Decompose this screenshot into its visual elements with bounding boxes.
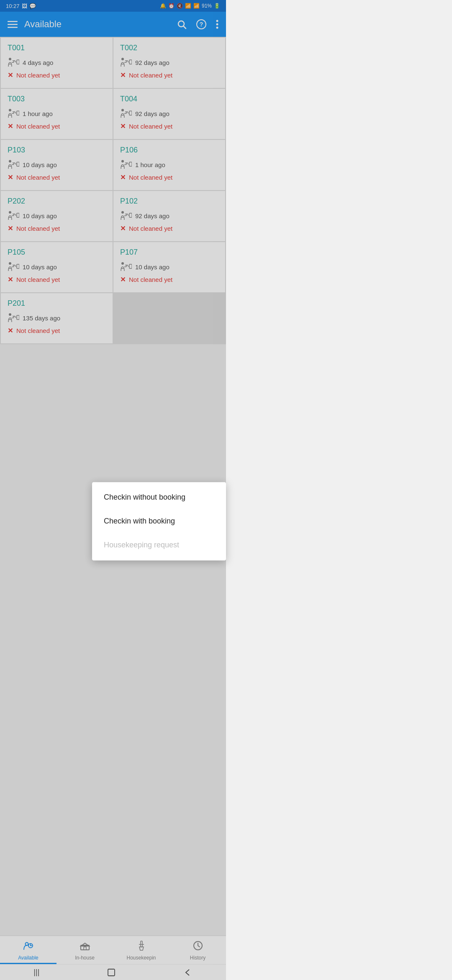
context-menu: Checkin without bookingCheckin with book… [92, 482, 226, 490]
context-menu-item[interactable]: Checkin without booking [92, 485, 226, 490]
context-overlay[interactable]: Checkin without bookingCheckin with book… [0, 0, 226, 490]
